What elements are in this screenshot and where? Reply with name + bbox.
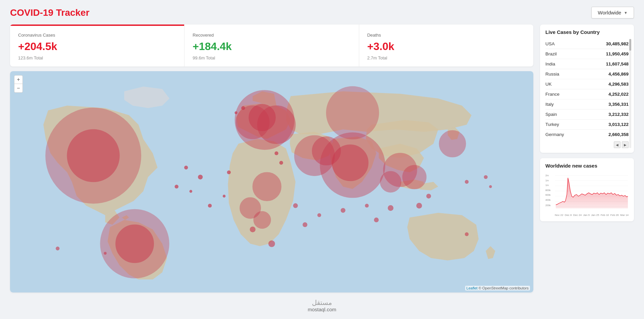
map-inner: + − Leaflet © OpenStreetMap contributors xyxy=(10,71,533,292)
svg-point-18 xyxy=(402,165,426,189)
dropdown-label: Worldwide xyxy=(598,10,621,15)
svg-point-48 xyxy=(234,111,237,115)
svg-point-35 xyxy=(341,208,345,213)
country-cases: 30,485,982 xyxy=(606,41,629,46)
deaths-total: 2.7m Total xyxy=(367,55,525,60)
svg-text:1m: 1m xyxy=(545,184,549,187)
country-cases: 3,212,332 xyxy=(608,112,629,117)
right-section: Live Cases by Country USA30,485,982Brazi… xyxy=(540,25,634,292)
svg-point-44 xyxy=(56,246,59,250)
svg-point-36 xyxy=(365,204,369,208)
watermark: مستقل mostaql.com xyxy=(10,299,634,312)
new-cases-panel: Worldwide new cases 2m 1m 1m 800k 600k 4… xyxy=(540,158,634,221)
country-name: Spain xyxy=(545,112,557,117)
chevron-down-icon: ▼ xyxy=(624,11,628,15)
svg-point-39 xyxy=(416,203,422,209)
svg-point-24 xyxy=(190,190,193,193)
list-item[interactable]: India11,607,548 xyxy=(545,59,629,69)
country-list: USA30,485,982Brazil11,950,459India11,607… xyxy=(545,39,629,139)
country-cases: 3,356,331 xyxy=(608,102,629,107)
map-controls: + − xyxy=(14,75,23,93)
cases-top-bar xyxy=(10,25,184,26)
list-item[interactable]: Russia4,456,869 xyxy=(545,69,629,79)
country-cases: 4,456,869 xyxy=(608,72,629,77)
chart-x-labels: Nov 22 Dec 8 Dec 24 Jan 9 Jan 25 Feb 10 … xyxy=(545,214,629,217)
svg-point-37 xyxy=(374,218,379,222)
zoom-out-button[interactable]: − xyxy=(14,84,23,93)
recovered-value: +184.4k xyxy=(193,40,351,53)
svg-point-38 xyxy=(388,205,393,211)
svg-point-13 xyxy=(312,137,341,165)
watermark-arabic: مستقل xyxy=(10,299,634,307)
country-name: UK xyxy=(545,82,552,87)
svg-point-32 xyxy=(293,203,298,208)
scroll-right-arrow[interactable]: ▶ xyxy=(622,141,629,148)
scroll-left-arrow[interactable]: ◀ xyxy=(614,141,621,148)
svg-point-28 xyxy=(275,151,278,155)
new-cases-title: Worldwide new cases xyxy=(545,163,629,169)
svg-point-47 xyxy=(241,106,245,110)
svg-point-19 xyxy=(380,171,401,192)
watermark-url: mostaql.com xyxy=(10,307,634,312)
svg-point-16 xyxy=(254,211,271,228)
svg-point-46 xyxy=(465,232,469,236)
svg-point-23 xyxy=(175,185,178,188)
svg-point-33 xyxy=(303,222,307,227)
list-item[interactable]: Turkey3,013,122 xyxy=(545,120,629,130)
country-cases: 4,252,022 xyxy=(608,92,629,97)
list-item[interactable]: Brazil11,950,459 xyxy=(545,49,629,59)
list-item[interactable]: Spain3,212,332 xyxy=(545,109,629,120)
country-cases: 11,950,459 xyxy=(606,51,629,56)
chart-area: 2m 1m 1m 800k 600k 400k 200k xyxy=(545,173,629,217)
svg-point-45 xyxy=(104,252,107,255)
svg-point-2 xyxy=(67,130,119,182)
country-cases: 2,660,358 xyxy=(608,132,629,137)
leaflet-link[interactable]: Leaflet xyxy=(467,286,478,290)
svg-point-40 xyxy=(426,194,431,198)
svg-point-31 xyxy=(268,240,275,247)
svg-text:2m: 2m xyxy=(545,174,549,177)
zoom-in-button[interactable]: + xyxy=(14,75,23,84)
svg-point-34 xyxy=(317,213,321,217)
map-attribution: Leaflet © OpenStreetMap contributors xyxy=(465,286,530,290)
svg-point-22 xyxy=(184,166,188,169)
country-name: Brazil xyxy=(545,51,557,56)
cases-value: +204.5k xyxy=(18,40,176,53)
svg-point-25 xyxy=(227,170,231,174)
osm-attribution: © OpenStreetMap contributors xyxy=(479,286,529,290)
svg-point-8 xyxy=(249,104,275,131)
country-name: Germany xyxy=(545,132,564,137)
country-list-container: USA30,485,982Brazil11,950,459India11,607… xyxy=(545,39,629,139)
region-dropdown[interactable]: Worldwide ▼ xyxy=(591,7,634,18)
list-item[interactable]: UK4,296,583 xyxy=(545,79,629,89)
list-item[interactable]: USA30,485,982 xyxy=(545,39,629,49)
country-cases: 4,296,583 xyxy=(608,82,629,87)
country-name: India xyxy=(545,61,555,66)
svg-text:1m: 1m xyxy=(545,179,549,182)
scrollbar-area: USA30,485,982Brazil11,950,459India11,607… xyxy=(545,39,629,148)
list-item[interactable]: France4,252,022 xyxy=(545,89,629,99)
svg-point-26 xyxy=(208,204,212,208)
live-cases-panel: Live Cases by Country USA30,485,982Brazi… xyxy=(540,25,634,153)
svg-point-14 xyxy=(253,172,281,201)
list-item[interactable]: Germany2,660,358 xyxy=(545,130,629,139)
list-item[interactable]: Italy3,356,331 xyxy=(545,99,629,109)
country-name: Turkey xyxy=(545,122,559,127)
country-name: France xyxy=(545,92,559,97)
svg-point-43 xyxy=(489,185,492,188)
live-cases-title: Live Cases by Country xyxy=(545,29,629,35)
svg-point-20 xyxy=(439,130,466,157)
country-cases: 11,607,548 xyxy=(606,61,629,66)
svg-text:400k: 400k xyxy=(545,198,551,201)
app-title: COVID-19 Tracker xyxy=(10,7,90,18)
svg-point-27 xyxy=(223,195,226,198)
svg-text:800k: 800k xyxy=(545,189,551,192)
country-name: USA xyxy=(545,41,555,46)
svg-point-4 xyxy=(116,225,154,263)
cases-label: Coronavirus Cases xyxy=(18,33,176,38)
svg-point-42 xyxy=(484,175,488,179)
country-name: Italy xyxy=(545,102,554,107)
cases-chart-svg: 2m 1m 1m 800k 600k 400k 200k xyxy=(545,173,629,213)
svg-point-41 xyxy=(465,180,469,184)
svg-point-29 xyxy=(279,161,283,165)
